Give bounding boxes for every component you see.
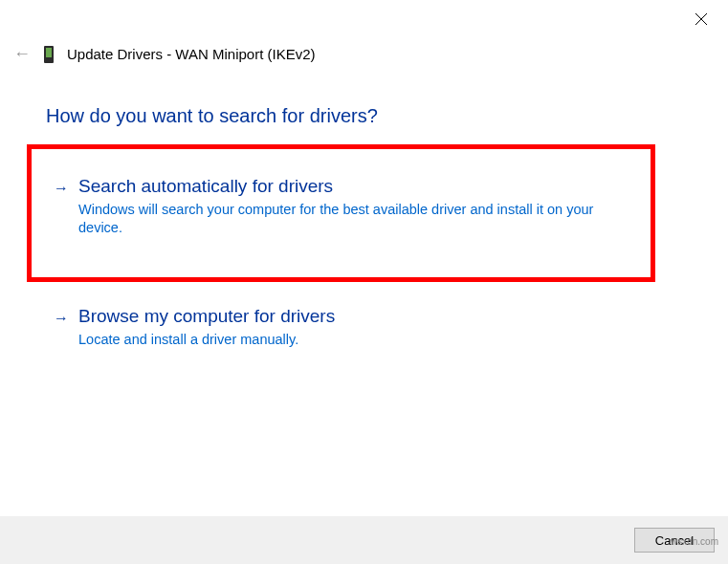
watermark-text: wsxdn.com [671,536,718,547]
option-title: Search automatically for drivers [78,176,614,197]
dialog-title: Update Drivers - WAN Miniport (IKEv2) [67,46,316,62]
question-heading: How do you want to search for drivers? [46,105,378,127]
close-icon [695,13,707,25]
back-arrow-icon: ← [13,44,31,64]
option-description: Locate and install a driver manually. [78,331,335,349]
option-description: Windows will search your computer for th… [78,201,614,237]
option-search-automatically[interactable]: → Search automatically for drivers Windo… [54,176,614,237]
option-title: Browse my computer for drivers [78,306,335,327]
dialog-header: ← Update Drivers - WAN Miniport (IKEv2) [13,44,316,64]
option-browse-computer[interactable]: → Browse my computer for drivers Locate … [54,306,335,349]
close-button[interactable] [692,10,711,29]
arrow-right-icon: → [54,180,69,197]
arrow-right-icon: → [54,310,69,327]
device-icon [44,46,54,63]
dialog-footer: Cancel [0,516,728,564]
